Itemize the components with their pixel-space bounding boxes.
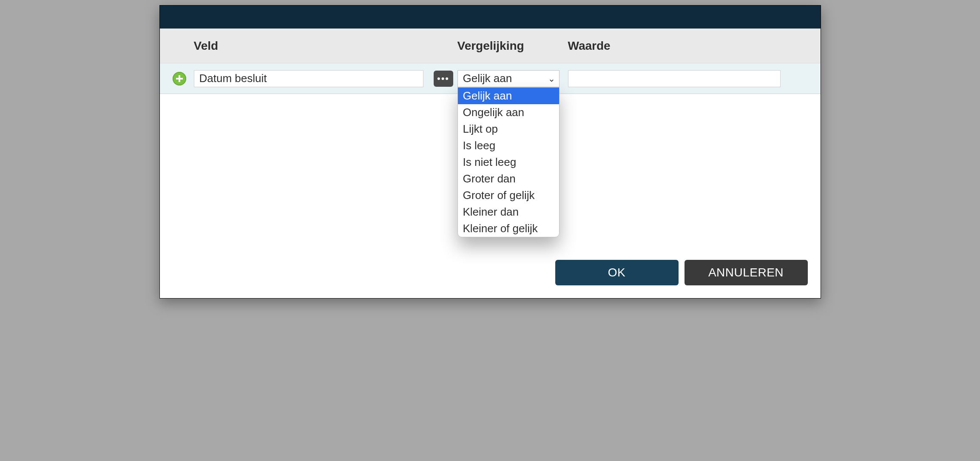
comparison-selected-label: Gelijk aan <box>463 72 512 85</box>
filter-dialog: Veld Vergelijking Waarde ••• Gelijk aan … <box>159 5 821 299</box>
plus-icon <box>175 74 184 83</box>
add-row-button[interactable] <box>173 72 186 85</box>
dialog-footer: OK ANNULEREN <box>160 247 821 298</box>
comparison-option[interactable]: Gelijk aan <box>458 88 559 104</box>
cancel-button[interactable]: ANNULEREN <box>685 260 808 285</box>
comparison-option[interactable]: Kleiner dan <box>458 204 559 220</box>
comparison-dropdown: Gelijk aan Ongelijk aan Lijkt op Is leeg… <box>457 87 560 237</box>
filter-row: ••• Gelijk aan ⌄ Gelijk aan Ongelijk aan… <box>160 63 821 94</box>
comparison-option[interactable]: Ongelijk aan <box>458 104 559 121</box>
header-value: Waarde <box>568 39 781 53</box>
comparison-option[interactable]: Groter of gelijk <box>458 187 559 204</box>
field-input[interactable] <box>194 70 423 87</box>
field-picker-button[interactable]: ••• <box>434 71 453 87</box>
chevron-down-icon: ⌄ <box>548 74 555 84</box>
ok-button[interactable]: OK <box>555 260 679 285</box>
column-headers: Veld Vergelijking Waarde <box>160 28 821 63</box>
value-input[interactable] <box>568 70 781 87</box>
header-comparison: Vergelijking <box>457 39 564 53</box>
comparison-option[interactable]: Is leeg <box>458 137 559 154</box>
comparison-select[interactable]: Gelijk aan ⌄ <box>457 70 560 87</box>
comparison-option[interactable]: Groter dan <box>458 171 559 187</box>
comparison-option[interactable]: Lijkt op <box>458 121 559 137</box>
comparison-select-wrap: Gelijk aan ⌄ Gelijk aan Ongelijk aan Lij… <box>457 70 560 87</box>
dialog-titlebar <box>160 6 821 28</box>
dialog-body: Veld Vergelijking Waarde ••• Gelijk aan … <box>160 28 821 298</box>
header-field: Veld <box>194 39 423 53</box>
comparison-option[interactable]: Is niet leeg <box>458 154 559 171</box>
svg-rect-1 <box>176 78 183 80</box>
comparison-option[interactable]: Kleiner of gelijk <box>458 220 559 237</box>
